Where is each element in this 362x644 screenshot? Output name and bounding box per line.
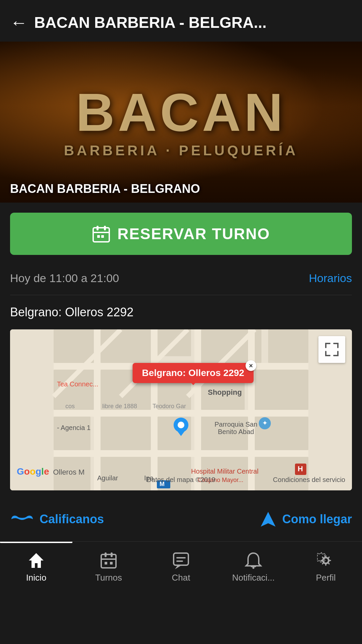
svg-rect-29	[54, 450, 308, 457]
nav-item-chat[interactable]: Chat	[145, 542, 217, 591]
svg-rect-8	[101, 329, 151, 363]
svg-rect-65	[110, 562, 113, 565]
bottom-nav: Inicio Turnos Chat Notificaci...	[0, 541, 362, 591]
svg-rect-31	[151, 329, 158, 490]
svg-rect-23	[97, 457, 151, 490]
map-expand-button[interactable]	[318, 336, 345, 363]
svg-rect-61	[105, 552, 107, 557]
hours-link[interactable]: Horarios	[309, 272, 352, 285]
nav-item-turnos[interactable]: Turnos	[72, 542, 145, 591]
svg-text:libre de 1888: libre de 1888	[102, 403, 137, 410]
svg-rect-33	[248, 329, 255, 490]
mustache-icon	[10, 513, 34, 526]
svg-rect-16	[251, 370, 308, 410]
svg-text:cos: cos	[65, 403, 75, 410]
header: ← BACAN BARBERIA - BELGRA...	[0, 0, 362, 42]
map-background: libre de 1888 Teodoro Gar cos Tea Connec…	[10, 329, 352, 490]
svg-rect-18	[97, 417, 151, 450]
svg-rect-2	[104, 226, 106, 230]
map-popup-close[interactable]: ×	[246, 360, 256, 371]
nav-item-notificaciones[interactable]: Notificaci...	[217, 542, 290, 591]
svg-text:Parroquia San: Parroquia San	[215, 421, 257, 428]
calendar-icon	[92, 224, 111, 243]
reserve-button[interactable]: RESERVAR TURNO	[10, 213, 352, 255]
svg-text:Teodoro Gar: Teodoro Gar	[153, 403, 186, 410]
content-area: RESERVAR TURNO Hoy de 11:00 a 21:00 Hora…	[0, 213, 362, 541]
svg-rect-62	[111, 552, 113, 557]
page-title: BACAN BARBERIA - BELGRA...	[34, 13, 352, 32]
nav-item-inicio[interactable]: Inicio	[0, 542, 72, 591]
nav-label-notificaciones: Notificaci...	[232, 573, 275, 583]
svg-text:- Agencia 1: - Agencia 1	[57, 424, 90, 431]
svg-line-79	[328, 563, 329, 564]
nav-label-inicio: Inicio	[26, 573, 47, 583]
svg-rect-60	[101, 554, 116, 568]
hours-text: Hoy de 11:00 a 21:00	[10, 272, 119, 285]
chat-icon	[172, 552, 190, 569]
turnos-icon	[100, 552, 117, 569]
nav-label-chat: Chat	[172, 573, 190, 583]
back-button[interactable]: ←	[10, 14, 27, 31]
svg-rect-28	[54, 410, 308, 417]
directions-action[interactable]: Como llegar	[259, 511, 352, 528]
svg-point-73	[323, 558, 328, 563]
nav-label-perfil: Perfil	[316, 573, 336, 583]
hero-big-text: BACAN	[76, 86, 286, 139]
hero-subtitle: BARBERIA · PELUQUERÍA	[64, 143, 298, 159]
hero-image: BACAN BARBERIA · PELUQUERÍA BACAN BARBER…	[0, 42, 362, 203]
reserve-button-label: RESERVAR TURNO	[117, 225, 270, 243]
nav-item-perfil[interactable]: Perfil	[290, 542, 362, 591]
rate-label: Calificanos	[40, 512, 104, 526]
svg-line-80	[328, 557, 329, 558]
svg-text:Benito Abad: Benito Abad	[218, 428, 254, 435]
svg-rect-5	[101, 235, 104, 238]
svg-text:✦: ✦	[262, 419, 268, 427]
nav-active-indicator	[0, 542, 72, 543]
svg-text:Tea Connec...: Tea Connec...	[57, 380, 98, 388]
olleros-label: Olleros M	[53, 468, 84, 476]
hours-row: Hoy de 11:00 a 21:00 Horarios	[10, 265, 352, 295]
google-logo: Google Olleros M	[17, 466, 84, 477]
map-popup-text: Belgrano: Olleros 2292	[142, 368, 244, 378]
map-conditions: Condiciones del servicio	[273, 476, 345, 484]
svg-text:H: H	[298, 465, 303, 473]
directions-label: Como llegar	[282, 512, 352, 526]
navigation-icon	[259, 511, 277, 528]
address-text: Belgrano: Olleros 2292	[10, 305, 133, 319]
svg-line-81	[322, 563, 323, 564]
nav-label-turnos: Turnos	[95, 573, 122, 583]
bell-icon	[245, 552, 262, 569]
action-row: Calificanos Como llegar	[10, 504, 352, 541]
svg-point-56	[178, 422, 184, 428]
map-copyright: Datos del mapa ©2019	[147, 476, 216, 484]
hero-caption: BACAN BARBERIA - BELGRANO	[10, 182, 200, 196]
map-pin	[173, 417, 189, 437]
svg-rect-17	[54, 417, 90, 450]
address-row: Belgrano: Olleros 2292	[10, 295, 352, 329]
home-icon	[27, 552, 45, 569]
svg-text:Aguilar: Aguilar	[97, 474, 118, 482]
svg-text:Hospital Militar Central: Hospital Militar Central	[191, 468, 258, 475]
svg-rect-32	[194, 329, 201, 490]
svg-marker-58	[261, 512, 276, 527]
svg-marker-57	[176, 429, 186, 436]
svg-rect-66	[174, 553, 188, 565]
svg-rect-7	[54, 329, 94, 363]
svg-text:Shopping: Shopping	[208, 388, 242, 396]
rate-action[interactable]: Calificanos	[10, 512, 104, 526]
svg-line-78	[322, 557, 323, 558]
map-popup: Belgrano: Olleros 2292 ×	[133, 363, 254, 383]
svg-rect-64	[105, 562, 107, 565]
map-container[interactable]: libre de 1888 Teodoro Gar cos Tea Connec…	[10, 329, 352, 490]
svg-rect-4	[97, 235, 100, 238]
svg-rect-1	[97, 226, 99, 230]
svg-marker-59	[29, 553, 44, 568]
svg-rect-0	[93, 228, 109, 242]
svg-rect-11	[268, 329, 308, 363]
gear-icon	[317, 552, 335, 569]
